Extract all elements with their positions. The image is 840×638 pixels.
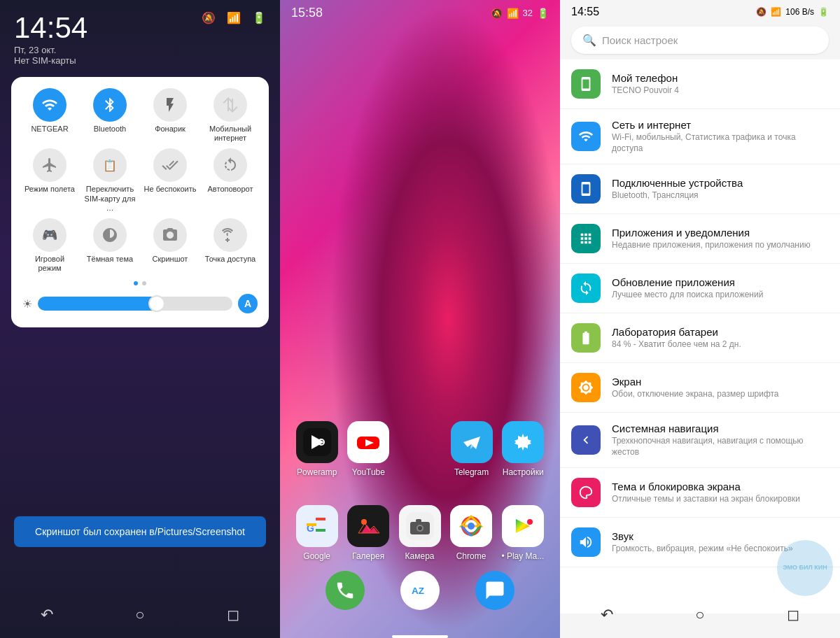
qs-item-wifi[interactable]: NETGEAR (22, 88, 77, 143)
mute-icon-p3: 🔕 (756, 7, 766, 17)
app-update-subtitle: Лучшее место для поиска приложений (612, 290, 829, 301)
qs-item-dark-theme[interactable]: Тёмная тема (83, 218, 137, 273)
az-icon[interactable]: AZ (400, 571, 440, 610)
svg-point-24 (468, 523, 475, 530)
panel1-nav: ↶ ○ ◻ (0, 606, 280, 624)
qs-item-autorotate[interactable]: Автоповорот (203, 148, 258, 213)
flashlight-toggle-icon[interactable] (153, 88, 187, 122)
qs-item-screenshot[interactable]: Скриншот (143, 218, 197, 273)
wifi-icon-p3: 📶 (771, 7, 781, 17)
airplane-icon[interactable] (33, 148, 66, 182)
qs-item-flashlight[interactable]: Фонарик (143, 88, 197, 143)
svg-rect-13 (316, 529, 326, 532)
dock-phone[interactable] (326, 571, 365, 610)
camera-icon[interactable] (399, 505, 441, 547)
camera-label: Камера (405, 551, 435, 561)
battery-icon: 🔋 (252, 11, 266, 24)
qs-item-airplane[interactable]: Режим полета (22, 148, 77, 213)
nav-title: Системная навигация (612, 423, 829, 434)
screenshot-icon[interactable] (153, 218, 187, 252)
display-subtitle: Обои, отключение экрана, размер шрифта (612, 389, 829, 400)
phone-icon[interactable] (326, 571, 365, 610)
settings-item-theme[interactable]: Тема и блокировка экрана Отличные темы и… (560, 468, 840, 518)
dock-messages[interactable] (475, 571, 514, 610)
game-label: Игровой режим (22, 255, 77, 273)
dnd-icon[interactable] (153, 148, 187, 182)
youtube-icon[interactable] (347, 421, 389, 463)
app-youtube[interactable]: YouTube (347, 421, 389, 477)
panel1-header: 14:54 Пт, 23 окт. Нет SIM-карты 🔕 📶 🔋 (0, 0, 280, 71)
p3-recents-button[interactable]: ◻ (787, 606, 799, 624)
panel1-sim: Нет SIM-карты (14, 55, 88, 66)
brightness-slider[interactable] (38, 297, 232, 311)
qs-item-sim-switch[interactable]: 📋 Переключить SIM-карту для … (83, 148, 137, 213)
home-button[interactable]: ○ (135, 606, 144, 624)
settings-item-nav[interactable]: Системная навигация Трехкнопочная навига… (560, 413, 840, 468)
recents-button[interactable]: ◻ (227, 606, 239, 624)
battery-icon-p3: 🔋 (818, 7, 829, 17)
settings-item-apps[interactable]: Приложения и уведомления Недавние прилож… (560, 214, 840, 264)
panel-notifications: 14:54 Пт, 23 окт. Нет SIM-карты 🔕 📶 🔋 NE… (0, 0, 280, 638)
back-button[interactable]: ↶ (41, 606, 53, 624)
hotspot-icon[interactable] (214, 218, 247, 252)
panel1-header-left: 14:54 Пт, 23 окт. Нет SIM-карты (14, 11, 88, 66)
app-gallery[interactable]: Галерея (347, 505, 389, 561)
screenshot-toast: Скриншот был сохранен в/Pictures/Screens… (14, 516, 266, 547)
battery-bar-p2: 🔋 (537, 8, 549, 19)
home-indicator (392, 635, 448, 638)
nav-subtitle: Трехкнопочная навигация, навигация с пом… (612, 436, 829, 458)
mobile-data-icon[interactable] (214, 88, 247, 122)
messages-icon[interactable] (475, 571, 514, 610)
app-telegram[interactable]: Telegram (451, 421, 493, 477)
brightness-thumb[interactable] (148, 295, 165, 312)
chrome-icon[interactable] (450, 505, 492, 547)
sim-switch-icon[interactable]: 📋 (93, 148, 127, 182)
settings-item-app-update[interactable]: Обновление приложения Лучшее место для п… (560, 264, 840, 313)
settings-item-battery[interactable]: Лаборатория батареи 84 % - Хватит более … (560, 313, 840, 363)
dnd-label: Не беспокоить (144, 185, 197, 194)
dock-az[interactable]: AZ (400, 571, 440, 610)
svg-point-26 (527, 519, 533, 525)
qs-item-hotspot[interactable]: Точка доступа (203, 218, 258, 273)
svg-rect-11 (316, 518, 326, 520)
game-icon[interactable]: 🎮 (33, 218, 66, 252)
p3-home-button[interactable]: ○ (695, 606, 704, 624)
svg-text:AZ: AZ (412, 586, 424, 596)
settings-item-my-phone[interactable]: Мой телефон TECNO Pouvoir 4 (560, 59, 840, 109)
sound-icon (571, 527, 601, 557)
qs-item-mobile-data[interactable]: Мобильный интернет (203, 88, 258, 143)
poweramp-icon[interactable] (296, 421, 338, 463)
app-settings-home[interactable]: Настройки (502, 421, 544, 477)
settings-list: Мой телефон TECNO Pouvoir 4 Сеть и интер… (560, 59, 840, 614)
settings-search[interactable]: 🔍 Поиск настроек (571, 27, 829, 54)
gallery-icon[interactable] (347, 505, 389, 547)
bluetooth-toggle-icon[interactable] (93, 88, 127, 122)
user-avatar: A (238, 294, 258, 313)
wifi-toggle-icon[interactable] (33, 88, 66, 122)
qs-item-bluetooth[interactable]: Bluetooth (83, 88, 137, 143)
p3-back-button[interactable]: ↶ (601, 606, 613, 624)
panel1-time: 14:54 (14, 11, 88, 45)
playstore-icon[interactable] (502, 505, 544, 547)
settings-item-display[interactable]: Экран Обои, отключение экрана, размер шр… (560, 363, 840, 413)
settings-home-icon[interactable] (502, 421, 544, 463)
connected-subtitle: Bluetooth, Трансляция (612, 190, 829, 201)
qs-item-game[interactable]: 🎮 Игровой режим (22, 218, 77, 273)
dark-theme-icon[interactable] (93, 218, 127, 252)
settings-item-network[interactable]: Сеть и интернет Wi-Fi, мобильный, Статис… (560, 109, 840, 164)
theme-subtitle: Отличные темы и заставки на экран блокир… (612, 494, 829, 505)
app-poweramp[interactable]: Poweramp (296, 421, 338, 477)
app-update-icon (571, 274, 601, 303)
autorotate-icon[interactable] (214, 148, 247, 182)
app-google[interactable]: G Google (296, 505, 338, 561)
settings-item-connected[interactable]: Подключенные устройства Bluetooth, Транс… (560, 164, 840, 214)
apps-title: Приложения и уведомления (612, 227, 829, 239)
app-chrome[interactable]: Chrome (450, 505, 492, 561)
app-playstore[interactable]: • Play Ma... (501, 505, 544, 561)
network-subtitle: Wi-Fi, мобильный, Статистика трафика и т… (612, 132, 829, 154)
signal-icon-p2: 📶 (507, 8, 519, 19)
qs-item-dnd[interactable]: Не беспокоить (143, 148, 197, 213)
google-icon[interactable]: G (296, 505, 338, 547)
app-camera[interactable]: Камера (399, 505, 441, 561)
telegram-icon[interactable] (451, 421, 493, 463)
